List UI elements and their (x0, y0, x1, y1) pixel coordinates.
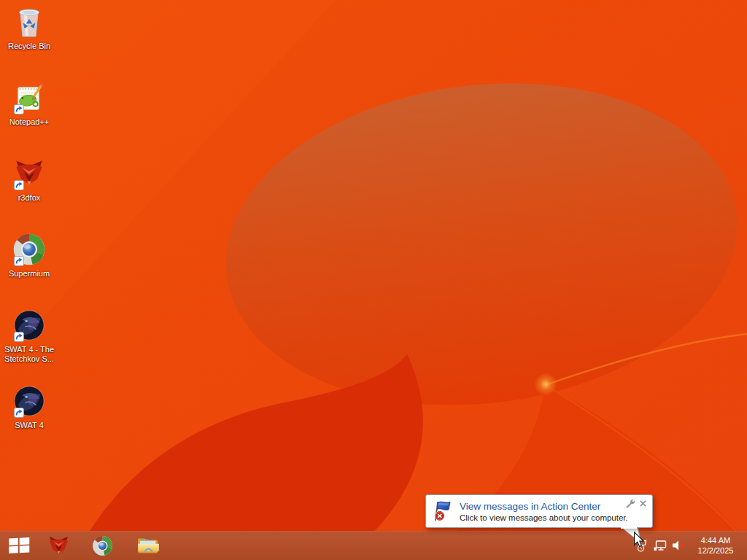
supermium-icon (12, 232, 47, 267)
network-icon (653, 537, 669, 553)
shortcut-arrow-icon (14, 332, 24, 342)
recycle-bin-icon (12, 4, 47, 39)
close-icon[interactable] (639, 499, 647, 508)
supermium-icon (92, 535, 113, 556)
taskbar-item-file-explorer[interactable] (132, 531, 164, 560)
shortcut-arrow-icon (14, 104, 24, 114)
icon-label: r3dfox (18, 193, 41, 203)
notification-balloon[interactable]: View messages in Action Center Click to … (425, 494, 653, 528)
start-button[interactable] (3, 531, 35, 560)
balloon-tail-join (621, 526, 637, 529)
clock-date: 12/2/2025 (689, 545, 743, 556)
icon-label: Recycle Bin (8, 42, 50, 51)
windows-start-icon (9, 537, 30, 554)
icon-label: Supermium (9, 269, 50, 279)
desktop-icon-supermium[interactable]: Supermium (1, 232, 58, 279)
clock-time: 4:44 AM (689, 535, 743, 545)
mouse-cursor (634, 532, 644, 548)
taskbar-clock[interactable]: 4:44 AM 12/2/2025 (689, 535, 743, 556)
icon-label: Notepad++ (9, 117, 49, 127)
folder-icon (136, 536, 160, 556)
notepadpp-icon (12, 80, 47, 115)
desktop-icon-r3dfox[interactable]: r3dfox (1, 156, 58, 203)
shortcut-arrow-icon (14, 256, 24, 266)
notification-body: Click to view messages about your comput… (460, 513, 628, 523)
tray-network-button[interactable] (652, 531, 670, 560)
shortcut-arrow-icon (14, 408, 24, 418)
desktop-icon-recycle-bin[interactable]: Recycle Bin (1, 4, 58, 51)
volume-muted-icon (670, 537, 686, 553)
taskbar-item-supermium[interactable] (86, 531, 118, 560)
shortcut-arrow-icon (14, 180, 24, 190)
icon-label: SWAT 4 (15, 421, 44, 430)
r3dfox-icon (47, 534, 70, 557)
desktop-icon-notepadpp[interactable]: Notepad++ (1, 80, 58, 127)
swat4-icon (12, 308, 47, 343)
desktop-icon-swat4-stetchkov[interactable]: SWAT 4 - The Stetchkov S... (1, 308, 58, 364)
r3dfox-icon (12, 156, 47, 191)
tray-volume-button[interactable] (670, 531, 687, 560)
swat4-icon (12, 384, 47, 419)
taskbar-item-r3dfox[interactable] (42, 531, 74, 560)
action-center-flag-error-icon (431, 499, 454, 523)
desktop-icon-swat4[interactable]: SWAT 4 (1, 384, 58, 430)
icon-label: SWAT 4 - The Stetchkov S... (1, 345, 58, 364)
desktop-wallpaper (0, 0, 747, 560)
notification-title: View messages in Action Center (460, 500, 628, 513)
settings-wrench-icon[interactable] (625, 499, 635, 508)
